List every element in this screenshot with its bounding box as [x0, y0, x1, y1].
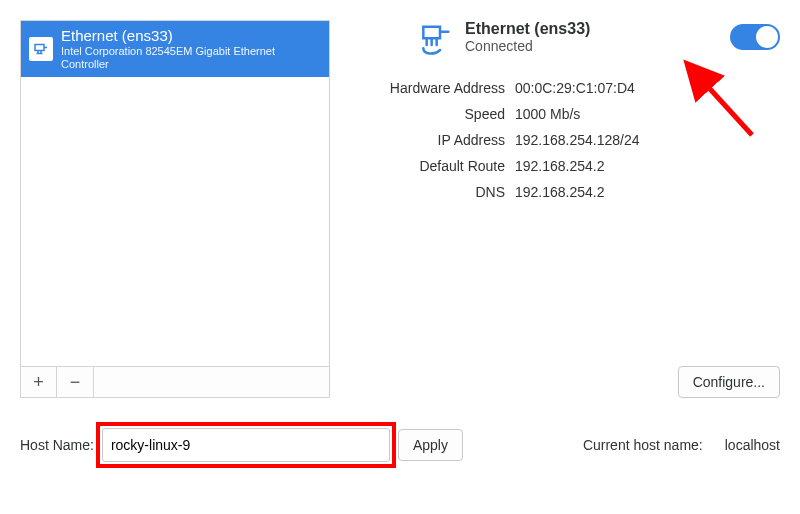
- connection-toggle[interactable]: [730, 24, 780, 50]
- ethernet-icon: [29, 37, 53, 61]
- current-hostname-label: Current host name:: [583, 437, 703, 453]
- connection-list-toolbar: + −: [20, 366, 330, 398]
- connection-item-title: Ethernet (ens33): [61, 27, 321, 45]
- detail-header: Ethernet (ens33) Connected: [355, 20, 780, 60]
- connection-item-ethernet[interactable]: Ethernet (ens33) Intel Corporation 82545…: [21, 21, 329, 77]
- dns-value: 192.168.254.2: [515, 184, 780, 200]
- speed-label: Speed: [355, 106, 505, 122]
- configure-button[interactable]: Configure...: [678, 366, 780, 398]
- detail-header-text: Ethernet (ens33) Connected: [465, 20, 730, 54]
- ethernet-icon: [415, 20, 455, 60]
- add-connection-button[interactable]: +: [21, 367, 57, 397]
- speed-value: 1000 Mb/s: [515, 106, 780, 122]
- connection-item-text: Ethernet (ens33) Intel Corporation 82545…: [61, 27, 321, 71]
- detail-status: Connected: [465, 38, 730, 54]
- detail-title: Ethernet (ens33): [465, 20, 730, 38]
- connection-details-panel: Ethernet (ens33) Connected Hardware Addr…: [330, 20, 780, 398]
- connection-list-panel: Ethernet (ens33) Intel Corporation 82545…: [20, 20, 330, 398]
- remove-connection-button[interactable]: −: [57, 367, 93, 397]
- connection-list: Ethernet (ens33) Intel Corporation 82545…: [20, 20, 330, 366]
- hostname-label: Host Name:: [20, 437, 94, 453]
- detail-grid: Hardware Address 00:0C:29:C1:07:D4 Speed…: [355, 80, 780, 200]
- ip-label: IP Address: [355, 132, 505, 148]
- toggle-knob: [756, 26, 778, 48]
- hostname-input[interactable]: [102, 428, 390, 462]
- hw-address-value: 00:0C:29:C1:07:D4: [515, 80, 780, 96]
- current-hostname-value: localhost: [725, 437, 780, 453]
- route-value: 192.168.254.2: [515, 158, 780, 174]
- route-label: Default Route: [355, 158, 505, 174]
- apply-button[interactable]: Apply: [398, 429, 463, 461]
- ip-value: 192.168.254.128/24: [515, 132, 780, 148]
- hw-address-label: Hardware Address: [355, 80, 505, 96]
- hostname-area: Host Name: Apply Current host name: loca…: [0, 408, 800, 482]
- dns-label: DNS: [355, 184, 505, 200]
- connection-item-subtitle: Intel Corporation 82545EM Gigabit Ethern…: [61, 45, 321, 71]
